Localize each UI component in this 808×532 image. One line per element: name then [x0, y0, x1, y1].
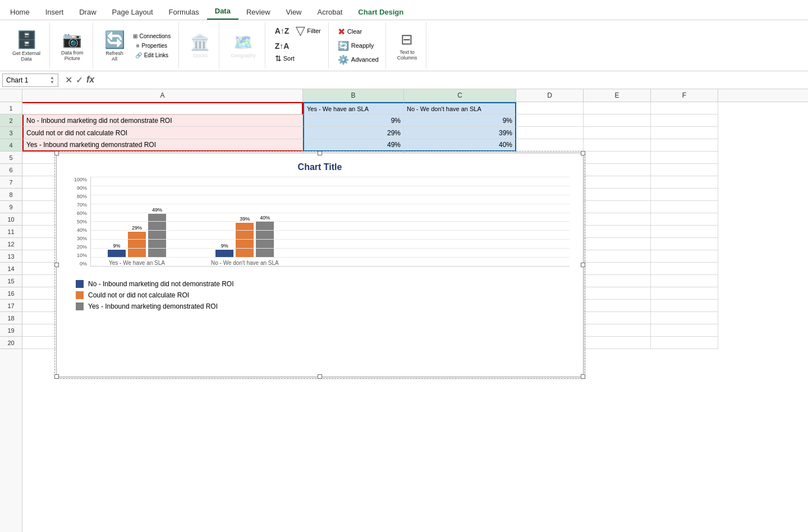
cell-e1[interactable]	[584, 102, 651, 114]
properties-button[interactable]: ≡ Properties	[131, 42, 173, 50]
chart-handle-right[interactable]	[581, 263, 585, 267]
tab-insert[interactable]: Insert	[38, 4, 72, 20]
cell-f16[interactable]	[651, 287, 718, 300]
cell-b1[interactable]: Yes - We have an SLA	[303, 102, 404, 114]
cell-b2[interactable]: 9%	[303, 114, 404, 127]
cell-b4[interactable]: 49%	[303, 139, 404, 152]
col-header-d[interactable]: D	[516, 89, 584, 102]
col-header-a[interactable]: A	[22, 89, 303, 102]
cell-e20[interactable]	[584, 337, 651, 349]
name-box[interactable]: Chart 1 ▲▼	[2, 74, 58, 87]
col-header-b[interactable]: B	[303, 89, 404, 102]
cell-e3[interactable]	[584, 127, 651, 139]
row-header-1[interactable]: 1	[0, 102, 22, 114]
row-header-12[interactable]: 12	[0, 238, 22, 250]
tab-page-layout[interactable]: Page Layout	[104, 4, 161, 20]
cell-f1[interactable]	[651, 102, 718, 114]
cell-c3[interactable]: 39%	[404, 127, 516, 139]
cell-e2[interactable]	[584, 114, 651, 127]
chart-handle-bl[interactable]	[54, 374, 59, 379]
chart-container[interactable]: Chart Title 0% 10% 20% 30% 40% 50% 60%	[56, 153, 584, 377]
cell-e15[interactable]	[584, 275, 651, 287]
cell-e11[interactable]	[584, 226, 651, 238]
cell-f17[interactable]	[651, 300, 718, 312]
cell-d3[interactable]	[516, 127, 584, 139]
cell-e18[interactable]	[584, 312, 651, 324]
col-header-e[interactable]: E	[584, 89, 651, 102]
cell-f3[interactable]	[651, 127, 718, 139]
row-header-6[interactable]: 6	[0, 164, 22, 176]
sort-az-button[interactable]: A↑Z	[272, 25, 292, 36]
filter-button[interactable]: ▽ Filter	[293, 22, 323, 39]
advanced-button[interactable]: ⚙️ Advanced	[336, 53, 381, 66]
col-header-f[interactable]: F	[651, 89, 718, 102]
tab-formulas[interactable]: Formulas	[161, 4, 207, 20]
cell-e7[interactable]	[584, 176, 651, 189]
tab-data[interactable]: Data	[207, 3, 238, 20]
row-header-5[interactable]: 5	[0, 152, 22, 164]
cell-d4[interactable]	[516, 139, 584, 152]
cell-e9[interactable]	[584, 201, 651, 213]
refresh-all-button[interactable]: 🔄 RefreshAll	[101, 27, 128, 64]
cell-d2[interactable]	[516, 114, 584, 127]
cell-f19[interactable]	[651, 324, 718, 337]
row-header-10[interactable]: 10	[0, 213, 22, 226]
edit-links-button[interactable]: 🔗 Edit Links	[131, 51, 173, 59]
geography-button[interactable]: 🗺️ Geography	[227, 31, 259, 61]
cell-e5[interactable]	[584, 152, 651, 164]
row-header-2[interactable]: 2	[0, 114, 22, 127]
cell-c1[interactable]: No - We don't have an SLA	[404, 102, 516, 114]
cell-a1[interactable]	[22, 102, 303, 114]
cell-c2[interactable]: 9%	[404, 114, 516, 127]
reapply-button[interactable]: 🔄 Reapply	[336, 39, 381, 52]
row-header-4[interactable]: 4	[0, 139, 22, 152]
cell-e10[interactable]	[584, 213, 651, 226]
cell-f10[interactable]	[651, 213, 718, 226]
clear-button[interactable]: ✖ Clear	[336, 25, 381, 38]
refresh-connections-button[interactable]: ⊞ Connections	[131, 32, 173, 40]
cell-f9[interactable]	[651, 201, 718, 213]
stocks-button[interactable]: 🏛️ Stocks	[187, 31, 213, 61]
tab-home[interactable]: Home	[2, 4, 38, 20]
chart-handle-br[interactable]	[581, 374, 585, 379]
cancel-formula-icon[interactable]: ✕	[65, 75, 72, 85]
row-header-13[interactable]: 13	[0, 250, 22, 263]
sort-za-button[interactable]: Z↑A	[272, 40, 292, 52]
cell-f11[interactable]	[651, 226, 718, 238]
chart-handle-top[interactable]	[318, 151, 322, 155]
row-header-9[interactable]: 9	[0, 201, 22, 213]
cell-e19[interactable]	[584, 324, 651, 337]
row-header-20[interactable]: 20	[0, 337, 22, 349]
cell-f14[interactable]	[651, 263, 718, 275]
row-header-17[interactable]: 17	[0, 300, 22, 312]
row-header-8[interactable]: 8	[0, 189, 22, 201]
data-from-picture-button[interactable]: 📷 Data fromPicture	[58, 28, 87, 63]
tab-review[interactable]: Review	[238, 4, 278, 20]
cell-f13[interactable]	[651, 250, 718, 263]
tab-draw[interactable]: Draw	[71, 4, 104, 20]
row-header-11[interactable]: 11	[0, 226, 22, 238]
cell-a3[interactable]: Could not or did not calculate ROI	[22, 127, 303, 139]
cell-f12[interactable]	[651, 238, 718, 250]
cell-e14[interactable]	[584, 263, 651, 275]
col-header-c[interactable]: C	[404, 89, 516, 102]
cell-f5[interactable]	[651, 152, 718, 164]
cell-f8[interactable]	[651, 189, 718, 201]
cell-e12[interactable]	[584, 238, 651, 250]
row-header-19[interactable]: 19	[0, 324, 22, 337]
cell-b3[interactable]: 29%	[303, 127, 404, 139]
cell-f7[interactable]	[651, 176, 718, 189]
cell-f6[interactable]	[651, 164, 718, 176]
chart-handle-tl[interactable]	[54, 151, 59, 155]
cell-d1[interactable]	[516, 102, 584, 114]
formula-input[interactable]	[101, 76, 806, 84]
row-header-3[interactable]: 3	[0, 127, 22, 139]
sort-button[interactable]: ⇅ Sort	[272, 53, 297, 64]
cell-c4[interactable]: 40%	[404, 139, 516, 152]
tab-acrobat[interactable]: Acrobat	[310, 4, 351, 20]
cell-f20[interactable]	[651, 337, 718, 349]
tab-chart-design[interactable]: Chart Design	[350, 4, 411, 20]
row-header-16[interactable]: 16	[0, 287, 22, 300]
cell-a4[interactable]: Yes - Inbound marketing demonstrated ROI	[22, 139, 303, 152]
cell-e4[interactable]	[584, 139, 651, 152]
